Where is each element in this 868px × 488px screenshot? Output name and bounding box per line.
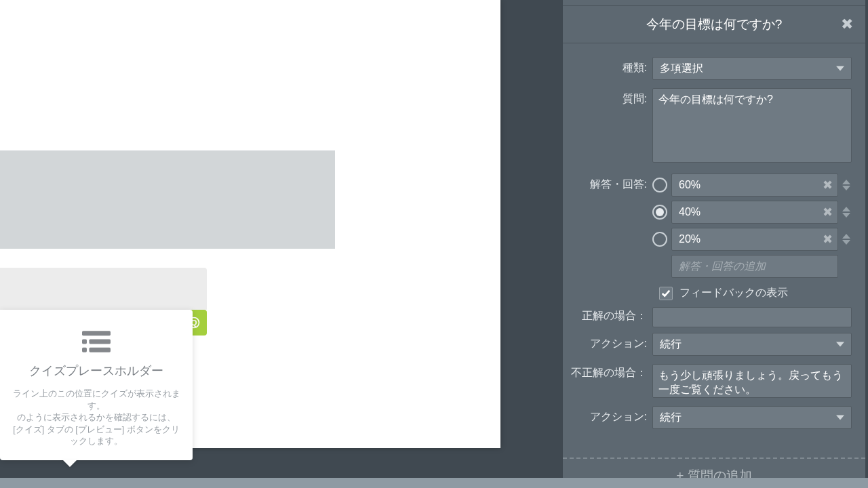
answers-list: ✖ ✖ (652, 174, 852, 282)
answer-sort (842, 180, 852, 190)
answer-radio[interactable] (652, 178, 667, 192)
select-value: 続行 (660, 411, 682, 425)
add-answer-input[interactable] (671, 255, 838, 278)
quiz-placeholder-card: Q クイズプレースホルダー ライン上のこの位置にクイズが表示されます。 のように… (0, 268, 207, 460)
answer-input[interactable] (671, 201, 838, 224)
svg-rect-2 (82, 331, 111, 336)
close-icon[interactable]: ✖ (841, 16, 853, 33)
content-block-placeholder (0, 150, 335, 249)
answer-input[interactable] (671, 174, 838, 197)
move-down-icon[interactable] (842, 186, 850, 190)
chevron-down-icon (836, 415, 844, 420)
show-feedback-label: フィードバックの表示 (679, 286, 788, 300)
incorrect-label: 不正解の場合： (570, 364, 652, 380)
select-value: 続行 (660, 338, 682, 352)
svg-rect-5 (82, 348, 87, 352)
quiz-placeholder-body: クイズプレースホルダー ライン上のこの位置にクイズが表示されます。 のように表示… (0, 310, 193, 460)
answer-row: ✖ (652, 201, 852, 224)
panel-body: 種類: 多項選択 質問: 解答・回答: ✖ (563, 43, 865, 445)
answer-radio[interactable] (652, 232, 667, 247)
clear-icon[interactable]: ✖ (823, 232, 833, 247)
correct-action-select[interactable]: 続行 (652, 333, 852, 356)
action-label: アクション: (570, 406, 652, 424)
type-select-value: 多項選択 (660, 62, 703, 76)
correct-label: 正解の場合： (570, 307, 652, 323)
question-editor-panel: 今年の目標は何ですか? ✖ 種類: 多項選択 質問: 解答・回答: (563, 0, 865, 478)
action-label: アクション: (570, 333, 652, 351)
question-textarea[interactable] (652, 88, 852, 163)
move-up-icon[interactable] (842, 207, 850, 211)
list-icon (12, 330, 180, 356)
move-up-icon[interactable] (842, 234, 850, 239)
chevron-down-icon (836, 66, 844, 71)
svg-rect-4 (90, 340, 111, 344)
clear-icon[interactable]: ✖ (823, 205, 833, 220)
svg-rect-6 (90, 348, 111, 352)
svg-rect-3 (82, 340, 87, 344)
move-down-icon[interactable] (842, 240, 850, 245)
incorrect-feedback-textarea[interactable] (652, 364, 852, 398)
panel-header: 今年の目標は何ですか? ✖ (563, 5, 865, 43)
answer-sort (842, 234, 852, 245)
answer-input[interactable] (671, 228, 838, 251)
question-label: 質問: (570, 88, 652, 106)
answer-row: ✖ (652, 228, 852, 251)
clear-icon[interactable]: ✖ (823, 178, 833, 192)
incorrect-action-select[interactable]: 続行 (652, 406, 852, 429)
chevron-down-icon (836, 342, 844, 347)
answer-radio[interactable] (652, 205, 667, 220)
show-feedback-checkbox[interactable] (659, 287, 673, 300)
panel-title: 今年の目標は何ですか? (646, 16, 783, 33)
quiz-placeholder-header (0, 268, 207, 310)
answer-add-row (652, 255, 852, 278)
move-down-icon[interactable] (842, 213, 850, 218)
quiz-placeholder-desc: ライン上のこの位置にクイズが表示されます。 のように表示されるかを確認するには、… (12, 388, 180, 448)
answer-sort (842, 207, 852, 218)
answer-row: ✖ (652, 174, 852, 197)
type-select[interactable]: 多項選択 (652, 57, 852, 80)
correct-feedback-input[interactable] (652, 307, 852, 327)
bottom-bar (0, 478, 868, 488)
quiz-placeholder-title: クイズプレースホルダー (12, 363, 180, 379)
canvas-area: Q クイズプレースホルダー ライン上のこの位置にクイズが表示されます。 のように… (0, 0, 500, 448)
answers-label: 解答・回答: (570, 174, 652, 192)
tooltip-pointer-icon (62, 460, 77, 467)
type-label: 種類: (570, 57, 652, 75)
move-up-icon[interactable] (842, 180, 850, 184)
